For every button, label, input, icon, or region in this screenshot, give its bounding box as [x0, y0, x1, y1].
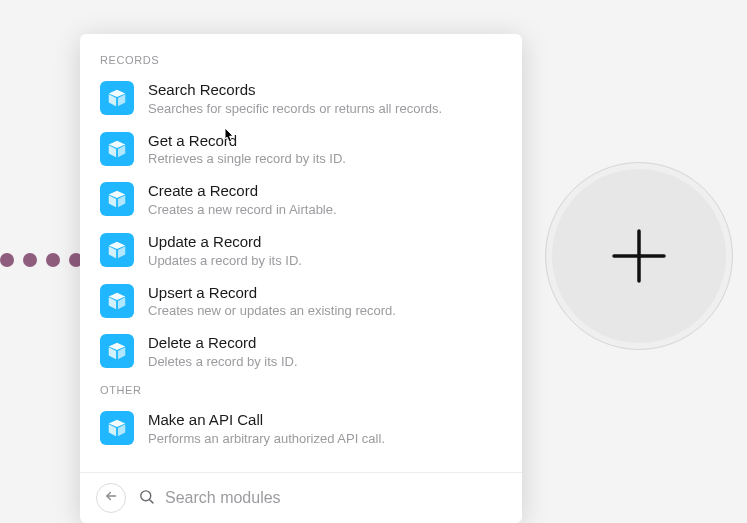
- airtable-icon: [100, 182, 134, 216]
- search-wrap: [138, 488, 506, 509]
- section-header-records: RECORDS: [80, 48, 522, 74]
- plus-icon: [604, 221, 674, 291]
- airtable-icon: [100, 233, 134, 267]
- airtable-icon: [100, 132, 134, 166]
- panel-footer: [80, 472, 522, 523]
- module-item-delete-record[interactable]: Delete a Record Deletes a record by its …: [80, 327, 522, 378]
- module-desc: Updates a record by its ID.: [148, 253, 502, 270]
- connector-dot: [0, 253, 14, 267]
- module-title: Delete a Record: [148, 334, 502, 353]
- module-title: Make an API Call: [148, 411, 502, 430]
- arrow-left-icon: [104, 489, 118, 507]
- connector-dot: [23, 253, 37, 267]
- section-header-other: OTHER: [80, 378, 522, 404]
- module-title: Search Records: [148, 81, 502, 100]
- airtable-icon: [100, 81, 134, 115]
- airtable-icon: [100, 284, 134, 318]
- module-title: Update a Record: [148, 233, 502, 252]
- module-picker-panel: RECORDS Search Records Searches for spec…: [80, 34, 522, 523]
- module-item-get-record[interactable]: Get a Record Retrieves a single record b…: [80, 125, 522, 176]
- airtable-icon: [100, 334, 134, 368]
- module-title: Upsert a Record: [148, 284, 502, 303]
- module-item-api-call[interactable]: Make an API Call Performs an arbitrary a…: [80, 404, 522, 455]
- search-icon: [138, 488, 155, 509]
- module-title: Create a Record: [148, 182, 502, 201]
- module-desc: Performs an arbitrary authorized API cal…: [148, 431, 502, 448]
- module-item-upsert-record[interactable]: Upsert a Record Creates new or updates a…: [80, 277, 522, 328]
- module-item-update-record[interactable]: Update a Record Updates a record by its …: [80, 226, 522, 277]
- connector-dots: [0, 253, 83, 267]
- svg-line-4: [150, 499, 153, 502]
- airtable-icon: [100, 411, 134, 445]
- module-desc: Retrieves a single record by its ID.: [148, 151, 502, 168]
- module-desc: Creates new or updates an existing recor…: [148, 303, 502, 320]
- connector-dot: [46, 253, 60, 267]
- module-desc: Creates a new record in Airtable.: [148, 202, 502, 219]
- back-button[interactable]: [96, 483, 126, 513]
- search-input[interactable]: [165, 489, 506, 507]
- module-title: Get a Record: [148, 132, 502, 151]
- module-desc: Searches for specific records or returns…: [148, 101, 502, 118]
- add-module-node[interactable]: [545, 162, 733, 350]
- module-item-search-records[interactable]: Search Records Searches for specific rec…: [80, 74, 522, 125]
- module-desc: Deletes a record by its ID.: [148, 354, 502, 371]
- module-item-create-record[interactable]: Create a Record Creates a new record in …: [80, 175, 522, 226]
- module-list: RECORDS Search Records Searches for spec…: [80, 34, 522, 472]
